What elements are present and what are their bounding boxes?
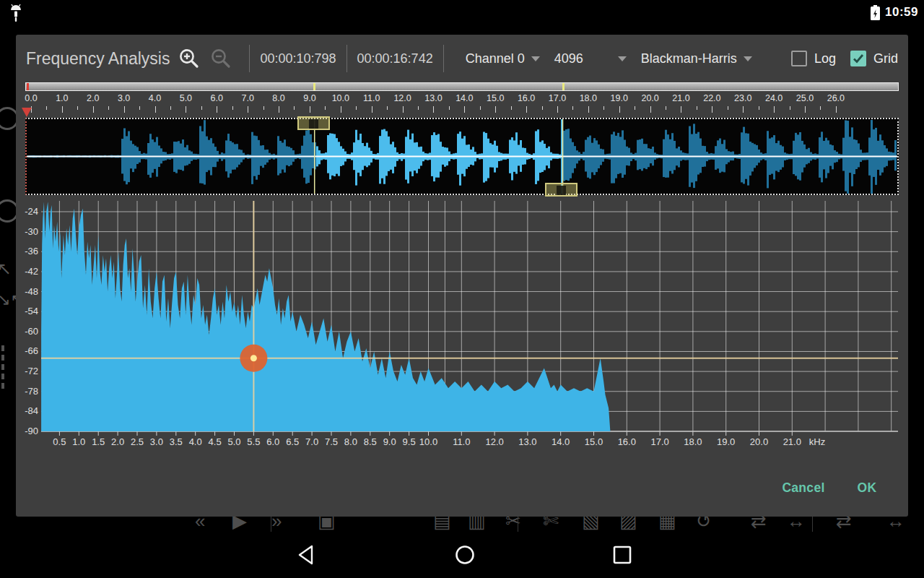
ruler-label-25: 25.0	[789, 93, 821, 103]
db-label--24: -24	[16, 206, 38, 217]
ruler-tick-minor	[170, 106, 171, 110]
db-label--54: -54	[16, 306, 38, 316]
ruler-label-20: 20.0	[635, 93, 666, 103]
ruler-label-5: 5.0	[170, 93, 201, 103]
ruler-tick-minor	[263, 106, 264, 110]
ruler-tick-major	[557, 106, 558, 113]
grid-checkbox-label: Grid	[873, 51, 898, 66]
expand-arrow-icon: ↖	[0, 259, 12, 279]
ruler-tick-major	[124, 106, 125, 113]
ruler-tick-minor	[603, 106, 604, 110]
freq-label-10: 10.0	[413, 436, 445, 447]
fft-size-dropdown-value: 4096	[554, 51, 583, 66]
window-function-dropdown-value: Blackman-Harris	[641, 51, 737, 66]
ok-button[interactable]: OK	[843, 477, 891, 499]
ruler-label-18: 18.0	[572, 93, 604, 103]
ruler-tick-major	[155, 106, 156, 113]
zoom-in-icon[interactable]	[178, 48, 200, 69]
fft-size-dropdown[interactable]: 4096	[554, 51, 627, 66]
ruler-label-3: 3.0	[108, 93, 140, 103]
ruler-tick-major	[310, 106, 310, 113]
battery-charging-icon	[871, 5, 880, 20]
ruler-label-16: 16.0	[510, 93, 542, 103]
ruler-label-24: 24.0	[758, 93, 790, 103]
zoom-out-icon[interactable]	[210, 48, 232, 69]
scrollbar-selection-marker-0[interactable]	[313, 83, 315, 90]
spectrum-chart[interactable]	[41, 201, 898, 436]
db-label--48: -48	[16, 286, 38, 297]
selection-end-time: 00:00:16:742	[357, 51, 433, 66]
selection-start-time: 00:00:10:798	[260, 51, 336, 66]
ruler-tick-major	[836, 106, 837, 113]
ruler-tick-major	[681, 106, 681, 113]
status-bar: 10:59	[0, 0, 924, 25]
ruler-label-4: 4.0	[139, 93, 171, 103]
home-button[interactable]	[453, 543, 477, 567]
db-label--90: -90	[16, 426, 38, 436]
android-screen: 10:59 ↖ ↘↖ «▶»▣▤▥✂✄▧▨▦↺⇄↔⇄↔ Frequency An…	[0, 0, 924, 578]
ruler-tick-minor	[108, 106, 109, 110]
ruler-tick-minor	[77, 106, 78, 110]
waveform-plot	[27, 119, 897, 194]
android-logo-icon	[8, 4, 24, 22]
ruler-tick-minor	[449, 106, 450, 110]
freq-label-19: 19.0	[710, 436, 742, 447]
ruler-tick-minor	[790, 106, 790, 110]
ruler-tick-major	[712, 106, 712, 113]
db-label--72: -72	[16, 366, 38, 376]
dialog-header: Frequency Analysis 00:00:10:798 00:00:16…	[16, 40, 908, 77]
selection-start-handle[interactable]	[297, 116, 330, 130]
chevron-down-icon	[744, 56, 752, 61]
log-checkbox-label: Log	[814, 51, 836, 66]
ruler-tick-minor	[666, 106, 666, 110]
ruler-tick-minor	[325, 106, 326, 110]
db-label--78: -78	[16, 386, 38, 397]
ruler-tick-major	[403, 106, 404, 113]
freq-label-15: 15.0	[578, 436, 610, 447]
spectrum-plot	[41, 201, 898, 436]
cancel-button[interactable]: Cancel	[764, 477, 843, 499]
recents-button[interactable]	[610, 543, 635, 567]
grid-checkbox[interactable]	[850, 51, 866, 66]
ruler-label-11: 11.0	[356, 93, 388, 103]
channel-dropdown-value: Channel 0	[466, 51, 525, 66]
ruler-label-7: 7.0	[232, 93, 263, 103]
ruler-tick-minor	[635, 106, 635, 110]
handle-notch	[557, 186, 566, 195]
status-clock: 10:59	[885, 5, 918, 20]
ruler-tick-major	[526, 106, 527, 113]
freq-label-11: 11.0	[445, 436, 477, 447]
scrollbar-playhead-marker[interactable]	[27, 83, 29, 90]
header-separator	[346, 45, 347, 72]
freq-label-14: 14.0	[545, 436, 577, 447]
waveform-overview[interactable]	[25, 118, 899, 195]
header-separator	[249, 45, 250, 72]
channel-dropdown[interactable]: Channel 0	[466, 51, 540, 66]
ruler-label-15: 15.0	[479, 93, 511, 103]
log-checkbox[interactable]	[791, 51, 807, 66]
ruler-tick-minor	[759, 106, 759, 110]
ruler-tick-minor	[697, 106, 697, 110]
ruler-tick-minor	[232, 106, 233, 110]
ruler-tick-minor	[356, 106, 357, 110]
selection-end-handle[interactable]	[545, 183, 578, 197]
db-label--30: -30	[16, 226, 38, 237]
ruler-label-19: 19.0	[603, 93, 635, 103]
ruler-label-8: 8.0	[263, 93, 295, 103]
ruler-label-0: 0.0	[15, 93, 47, 103]
ruler-tick-minor	[511, 106, 512, 110]
window-function-dropdown[interactable]: Blackman-Harris	[641, 51, 752, 66]
ruler-tick-major	[433, 106, 434, 113]
ruler-label-26: 26.0	[820, 93, 852, 103]
overview-scrollbar[interactable]	[25, 82, 899, 91]
dialog-title: Frequency Analysis	[26, 49, 170, 69]
freq-unit-label: kHz	[801, 436, 833, 447]
playhead-marker[interactable]	[22, 108, 32, 117]
ruler-label-17: 17.0	[541, 93, 573, 103]
back-button[interactable]	[295, 543, 319, 567]
ruler-tick-major	[588, 106, 589, 113]
header-separator	[443, 45, 444, 72]
ruler-tick-minor	[201, 106, 202, 110]
scrollbar-selection-marker-1[interactable]	[562, 83, 565, 90]
selection-dashed-icon	[1, 345, 4, 389]
